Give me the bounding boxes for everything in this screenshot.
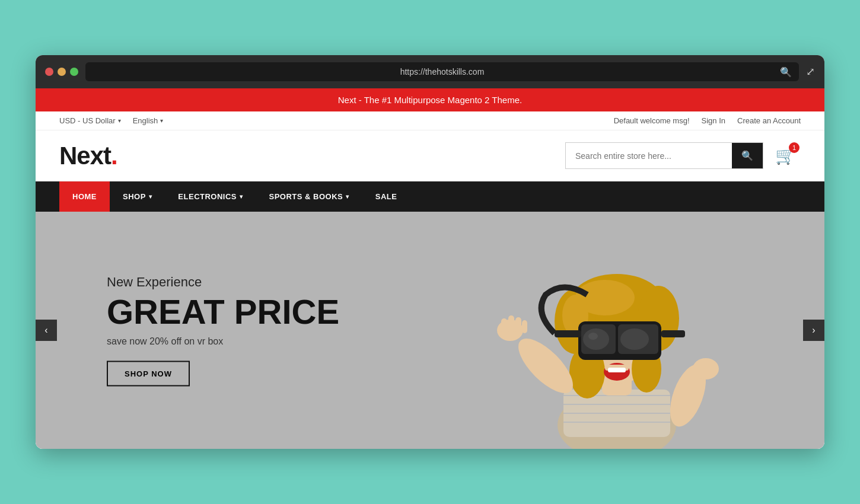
url-text: https://thehotskills.com — [400, 67, 485, 76]
svg-rect-22 — [661, 330, 685, 337]
svg-point-18 — [583, 328, 609, 350]
logo-dot: . — [111, 142, 117, 170]
language-selector[interactable]: English ▾ — [133, 116, 164, 125]
nav-sports-books[interactable]: SPORTS & BOOKS ▾ — [256, 181, 362, 212]
nav-sale[interactable]: SALE — [362, 181, 410, 212]
hero-slider: ‹ New Experience GREAT PRICE save now 20… — [36, 212, 824, 449]
right-arrow-icon: › — [812, 325, 815, 336]
browser-dots — [45, 68, 78, 76]
svg-rect-29 — [508, 315, 514, 333]
nav-electronics-chevron: ▾ — [240, 193, 243, 200]
hero-title: GREAT PRICE — [107, 295, 339, 329]
top-bar-right: Default welcome msg! Sign In Create an A… — [614, 116, 801, 125]
search-icon: 🔍 — [741, 151, 753, 161]
website-content: Next - The #1 Multipurpose Magento 2 The… — [36, 88, 824, 449]
nav-shop-chevron: ▾ — [149, 193, 152, 200]
nav-bar: HOME SHOP ▾ ELECTRONICS ▾ SPORTS & BOOKS… — [36, 181, 824, 212]
welcome-message: Default welcome msg! — [614, 116, 690, 125]
signin-link[interactable]: Sign In — [702, 116, 725, 125]
slider-arrow-right[interactable]: › — [803, 320, 824, 341]
cart-badge: 1 — [789, 142, 800, 153]
browser-chrome: https://thehotskills.com 🔍 ⤢ — [36, 55, 824, 88]
hero-description: save now 20% off on vr box — [107, 336, 339, 347]
language-label: English — [133, 116, 158, 125]
dot-green[interactable] — [70, 68, 78, 76]
search-bar: 🔍 — [565, 142, 763, 169]
nav-sports-books-chevron: ▾ — [346, 193, 349, 200]
nav-electronics-label: ELECTRONICS — [178, 192, 237, 201]
nav-electronics[interactable]: ELECTRONICS ▾ — [165, 181, 256, 212]
currency-selector[interactable]: USD - US Dollar ▾ — [59, 116, 121, 125]
nav-sports-books-label: SPORTS & BOOKS — [269, 192, 343, 201]
top-bar: USD - US Dollar ▾ English ▾ Default welc… — [36, 111, 824, 130]
nav-sale-label: SALE — [375, 192, 397, 201]
logo[interactable]: Next. — [59, 142, 117, 170]
hero-subtitle: New Experience — [107, 275, 339, 290]
nav-shop-label: SHOP — [123, 192, 146, 201]
nav-shop[interactable]: SHOP ▾ — [110, 181, 165, 212]
slider-arrow-left[interactable]: ‹ — [36, 320, 57, 341]
left-arrow-icon: ‹ — [44, 325, 47, 336]
nav-home-label: HOME — [72, 192, 97, 201]
hero-svg — [451, 212, 777, 449]
cart-wrapper[interactable]: 🛒 1 — [770, 141, 801, 170]
language-chevron: ▾ — [160, 117, 163, 124]
svg-rect-25 — [608, 368, 626, 372]
svg-point-20 — [588, 333, 598, 340]
banner-text: Next - The #1 Multipurpose Magento 2 The… — [338, 95, 522, 105]
svg-rect-21 — [555, 330, 581, 337]
top-banner: Next - The #1 Multipurpose Magento 2 The… — [36, 88, 824, 111]
currency-label: USD - US Dollar — [59, 116, 116, 125]
header: Next. 🔍 🛒 1 — [36, 130, 824, 181]
expand-icon[interactable]: ⤢ — [806, 65, 815, 78]
svg-point-19 — [620, 328, 649, 350]
create-account-link[interactable]: Create an Account — [737, 116, 801, 125]
browser-window: https://thehotskills.com 🔍 ⤢ Next - The … — [36, 55, 824, 449]
dot-red[interactable] — [45, 68, 53, 76]
svg-rect-28 — [501, 318, 507, 333]
hero-image — [451, 212, 777, 449]
svg-point-33 — [693, 358, 719, 379]
hero-cta-button[interactable]: SHOP NOW — [107, 361, 190, 387]
currency-chevron: ▾ — [118, 117, 121, 124]
svg-rect-30 — [515, 317, 521, 333]
search-button[interactable]: 🔍 — [732, 143, 763, 168]
search-input[interactable] — [566, 143, 732, 168]
nav-home[interactable]: HOME — [59, 181, 110, 212]
dot-yellow[interactable] — [58, 68, 66, 76]
search-icon-chrome: 🔍 — [780, 66, 792, 78]
svg-rect-31 — [522, 320, 527, 333]
address-bar[interactable]: https://thehotskills.com 🔍 — [85, 62, 799, 81]
hero-content: New Experience GREAT PRICE save now 20% … — [107, 275, 339, 387]
header-right: 🔍 🛒 1 — [565, 141, 801, 170]
top-bar-left: USD - US Dollar ▾ English ▾ — [59, 116, 163, 125]
